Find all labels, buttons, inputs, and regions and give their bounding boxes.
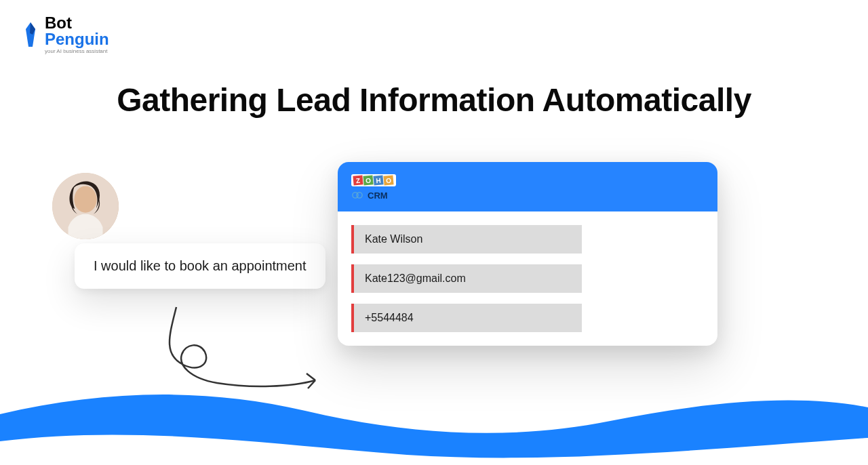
zoho-logo: Z O H O [351,174,396,186]
arrow-icon [156,300,326,402]
zoho-letter-o: O [363,175,373,185]
chat-message-text: I would like to book an appointment [94,258,307,273]
svg-point-3 [357,193,362,198]
crm-body: Kate Wilson Kate123@gmail.com +5544484 [338,211,717,346]
crm-header: Z O H O CRM [338,162,717,211]
logo-text-bot: Bot [45,15,109,31]
chat-bubble: I would like to book an appointment [75,243,326,289]
crm-field-phone: +5544484 [351,304,582,332]
penguin-icon [20,21,41,48]
logo-text-penguin: Penguin [45,31,109,47]
avatar [52,173,119,239]
zoho-letter-z: Z [353,175,363,185]
wave-background [0,377,868,465]
crm-subtitle: CRM [351,190,704,201]
zoho-letter-o: O [383,175,393,185]
crm-field-email: Kate123@gmail.com [351,264,582,293]
crm-field-value: Kate Wilson [365,233,422,245]
page-title: Gathering Lead Information Automatically [0,81,868,119]
avatar-person-icon [52,173,119,239]
logo-tagline: your AI business assistant [45,49,109,54]
crm-label: CRM [368,190,388,201]
zoho-letter-h: H [373,175,383,185]
crm-card: Z O H O CRM Kate Wilson Kate123@gmail.co… [338,162,717,346]
crm-field-value: Kate123@gmail.com [365,272,466,284]
rings-icon [351,191,363,199]
crm-field-name: Kate Wilson [351,225,582,254]
svg-point-1 [74,186,96,213]
logo-text: Bot Penguin your AI business assistant [45,15,109,54]
crm-field-value: +5544484 [365,312,414,323]
brand-logo: Bot Penguin your AI business assistant [20,15,109,54]
